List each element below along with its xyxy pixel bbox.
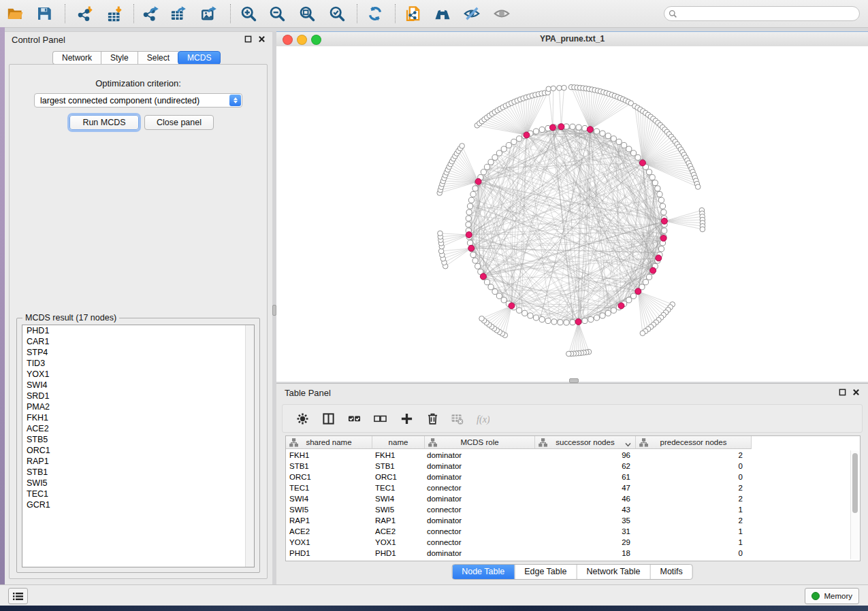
table-row[interactable]: SWI4SWI4dominator462: [286, 493, 850, 504]
horizontal-splitter-handle[interactable]: [569, 378, 579, 383]
tab-node-table[interactable]: Node Table: [452, 565, 515, 579]
column-header-MCDS-role[interactable]: MCDS role: [425, 436, 535, 449]
tab-style[interactable]: Style: [101, 51, 138, 65]
apply-layout-button[interactable]: [364, 3, 386, 24]
delete-column-button[interactable]: [423, 410, 442, 427]
import-network-button[interactable]: [75, 3, 97, 24]
create-column-button[interactable]: [397, 410, 416, 427]
run-mcds-button[interactable]: Run MCDS: [69, 115, 139, 130]
network-canvas[interactable]: [276, 46, 868, 382]
search-input[interactable]: [677, 7, 859, 20]
export-image-button[interactable]: [198, 3, 220, 24]
close-panel-icon[interactable]: [852, 389, 860, 396]
cell-MCDS-role: dominator: [425, 472, 535, 482]
tab-motifs[interactable]: Motifs: [650, 565, 692, 579]
mcds-result-item[interactable]: ACE2: [22, 423, 254, 434]
column-header-predecessor-nodes[interactable]: predecessor nodes: [636, 436, 752, 449]
tab-network[interactable]: Network: [52, 51, 101, 65]
show-panels-menu-button[interactable]: [8, 588, 28, 604]
table-scrollbar[interactable]: [850, 450, 859, 559]
export-network-button[interactable]: [140, 3, 162, 24]
table-row[interactable]: PHD1PHD1dominator180: [286, 548, 850, 559]
cell-predecessor-nodes: 0: [636, 548, 752, 559]
show-columns-button[interactable]: [319, 410, 338, 427]
column-header-shared-name[interactable]: shared name: [286, 436, 372, 449]
cell-shared-name: STB1: [286, 461, 372, 472]
optimization-criterion-select[interactable]: largest connected component (undirected): [34, 93, 242, 108]
mcds-result-item[interactable]: RAP1: [22, 456, 254, 467]
mcds-result-item[interactable]: STB5: [22, 434, 254, 445]
mcds-result-list[interactable]: PHD1CAR1STP4TID3YOX1SWI4SRD1PMA2FKH1ACE2…: [22, 325, 255, 567]
table-options-button[interactable]: [293, 410, 312, 427]
table-row[interactable]: STB1STB1dominator620: [286, 461, 850, 472]
close-panel-icon[interactable]: [258, 35, 266, 43]
float-panel-icon[interactable]: [839, 389, 846, 396]
import-table-button[interactable]: [104, 3, 126, 24]
tab-edge-table[interactable]: Edge Table: [515, 565, 577, 579]
show-details-button[interactable]: [491, 3, 513, 24]
clone-network-button[interactable]: [402, 3, 424, 24]
cell-successor-nodes: 46: [535, 493, 636, 504]
cell-name: STB1: [372, 461, 425, 472]
mcds-result-item[interactable]: PMA2: [22, 401, 254, 412]
memory-button[interactable]: Memory: [805, 588, 859, 604]
mcds-result-item[interactable]: STP4: [22, 347, 254, 358]
network-window-titlebar[interactable]: YPA_prune.txt_1: [276, 32, 868, 47]
mcds-result-item[interactable]: SWI4: [22, 380, 254, 391]
deselect-all-button[interactable]: [370, 410, 389, 427]
tab-mcds[interactable]: MCDS: [178, 51, 221, 65]
float-panel-icon[interactable]: [244, 35, 252, 43]
cell-MCDS-role: dominator: [425, 493, 535, 504]
shared-column-icon: [289, 438, 298, 447]
mcds-list-scrollbar[interactable]: [245, 325, 254, 567]
table-row[interactable]: SWI5SWI5connector431: [286, 504, 850, 515]
application-window: Control Panel NetworkStyleSelectMCDS Opt…: [0, 0, 868, 611]
mcds-result-item[interactable]: CAR1: [22, 336, 254, 347]
select-all-button[interactable]: [344, 410, 364, 427]
export-table-button[interactable]: [167, 3, 189, 24]
tab-network-table[interactable]: Network Table: [577, 565, 651, 579]
zoom-in-button[interactable]: [238, 3, 259, 24]
table-scrollbar-thumb[interactable]: [852, 453, 858, 513]
mcds-result-item[interactable]: TEC1: [22, 489, 254, 499]
table-row[interactable]: ACE2ACE2connector311: [286, 526, 850, 537]
open-file-button[interactable]: [4, 3, 26, 24]
table-row[interactable]: FKH1FKH1dominator962: [286, 450, 850, 461]
cell-shared-name: TEC1: [286, 482, 372, 493]
search-box[interactable]: [664, 6, 860, 21]
cell-name: ORC1: [372, 472, 425, 482]
main-toolbar: [0, 0, 868, 28]
save-session-button[interactable]: [33, 3, 55, 24]
cell-name: ACE2: [372, 526, 425, 537]
zoom-selected-button[interactable]: [326, 3, 348, 24]
zoom-fit-button[interactable]: [296, 3, 318, 24]
table-row[interactable]: YOX1YOX1connector291: [286, 537, 850, 548]
cell-MCDS-role: connector: [425, 482, 535, 493]
hide-details-button[interactable]: [461, 3, 483, 24]
mcds-result-item[interactable]: ORC1: [22, 445, 254, 456]
table-row[interactable]: TEC1TEC1connector472: [286, 482, 850, 493]
mcds-result-item[interactable]: YOX1: [22, 369, 254, 380]
mcds-result-item[interactable]: SWI5: [22, 478, 254, 489]
mcds-result-item[interactable]: PHD1: [22, 325, 254, 336]
table-row[interactable]: RAP1RAP1dominator352: [286, 515, 850, 526]
add-icon: [400, 412, 413, 425]
column-header-successor-nodes[interactable]: successor nodes: [535, 436, 636, 449]
cell-successor-nodes: 62: [535, 461, 636, 472]
mcds-result-item[interactable]: GCR1: [22, 499, 254, 510]
close-panel-button[interactable]: Close panel: [144, 115, 214, 130]
tab-select[interactable]: Select: [138, 51, 178, 65]
mcds-result-item[interactable]: TID3: [22, 358, 254, 369]
import-network-icon: [78, 5, 94, 22]
table-row[interactable]: ORC1ORC1dominator610: [286, 472, 850, 482]
zoom-out-button[interactable]: [266, 3, 288, 24]
column-label: predecessor nodes: [660, 438, 727, 446]
mcds-result-item[interactable]: FKH1: [22, 412, 254, 423]
network-view-window: YPA_prune.txt_1: [276, 31, 868, 382]
mcds-result-item[interactable]: STB1: [22, 467, 254, 478]
column-header-name[interactable]: name: [372, 436, 425, 449]
mcds-result-item[interactable]: SRD1: [22, 391, 254, 401]
find-button[interactable]: [432, 3, 453, 24]
control-panel: Control Panel NetworkStyleSelectMCDS Opt…: [5, 31, 273, 585]
select-all-icon: [348, 412, 361, 425]
